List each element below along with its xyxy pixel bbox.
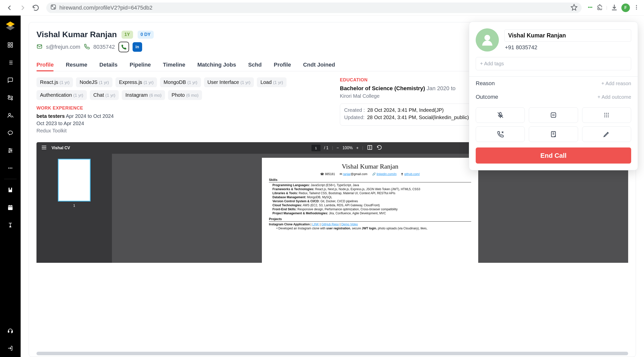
tab-schd[interactable]: Schd: [248, 58, 262, 71]
kebab-icon[interactable]: [633, 4, 639, 11]
tab-profile[interactable]: Profile: [36, 58, 54, 71]
pdf-zoom-out[interactable]: −: [337, 146, 339, 150]
svg-point-6: [636, 5, 637, 6]
bookmark-icon[interactable]: [571, 4, 578, 12]
skill-chip[interactable]: NodeJS (1 yr): [76, 77, 112, 87]
skill-chip[interactable]: React.js (1 yr): [36, 77, 73, 87]
pdf-menu-icon[interactable]: [41, 144, 47, 151]
skill-chip[interactable]: User Interface (1 yr): [204, 77, 254, 87]
url-bar[interactable]: hirewand.com/profileV2?pid=6475db2: [46, 3, 582, 13]
skill-chip[interactable]: Chat (1 yr): [90, 90, 119, 100]
tab-details[interactable]: Details: [99, 58, 117, 71]
candidate-phone[interactable]: 8035742: [93, 44, 115, 50]
cv-proj-link2[interactable]: GitHub Repo: [321, 223, 339, 226]
sidebar-item-settings[interactable]: [0, 142, 21, 159]
tab-matching[interactable]: Matching Jobs: [197, 58, 236, 71]
svg-point-55: [608, 115, 609, 116]
pdf-rotate-icon[interactable]: [376, 144, 382, 151]
cv-github[interactable]: github.com/: [404, 172, 420, 176]
svg-point-3: [588, 7, 589, 8]
skill-chip[interactable]: Express.js (1 yr): [115, 77, 157, 87]
candidate-email[interactable]: s@frejun.com: [46, 44, 80, 50]
svg-point-4: [589, 7, 591, 8]
svg-point-31: [11, 168, 12, 169]
horizontal-scrollbar[interactable]: [36, 352, 628, 355]
sidebar-item-bookmark[interactable]: [0, 181, 21, 199]
sidebar-item-chat[interactable]: [0, 71, 21, 89]
linkedin-icon[interactable]: in: [133, 42, 142, 52]
forward-button[interactable]: [18, 3, 28, 13]
sidebar-item-text[interactable]: [0, 216, 21, 234]
svg-point-7: [636, 7, 637, 8]
keypad-button[interactable]: [582, 107, 631, 123]
skill-chip[interactable]: Load (1 yr): [257, 77, 287, 87]
reload-button[interactable]: [31, 3, 41, 13]
cv-proj-link1[interactable]: LINK: [312, 223, 319, 226]
cv-proj-title: Instagram Clone Application: [269, 223, 310, 226]
cv-name: Vishal Kumar Ranjan: [269, 163, 471, 170]
tab-cndt[interactable]: Cndt Joined: [303, 58, 335, 71]
sidebar-item-flow[interactable]: [0, 89, 21, 107]
svg-point-45: [485, 35, 490, 41]
cv-proj-link3[interactable]: Demo Video: [341, 223, 358, 226]
skill-chip[interactable]: Authentication (1 yr): [36, 90, 87, 100]
tab-profile2[interactable]: Profile: [274, 58, 291, 71]
extension-icon-1[interactable]: [587, 4, 593, 11]
svg-point-26: [9, 148, 10, 149]
site-info-icon[interactable]: [50, 4, 56, 11]
svg-point-1: [54, 8, 55, 9]
cv-linkedin[interactable]: linkedin.com/in: [377, 172, 396, 176]
svg-point-22: [8, 131, 13, 134]
phone-icon: [84, 43, 90, 50]
svg-point-19: [8, 95, 10, 97]
mute-button[interactable]: [476, 107, 525, 123]
cv-email[interactable]: ranjar: [343, 172, 351, 176]
transfer-button[interactable]: [476, 126, 525, 142]
sidebar-item-list[interactable]: [0, 54, 21, 71]
call-avatar: [476, 28, 499, 52]
add-outcome[interactable]: + Add outcome: [597, 94, 631, 100]
sidebar-item-message[interactable]: [0, 124, 21, 142]
call-name-input[interactable]: [504, 29, 631, 42]
pdf-zoom-in[interactable]: +: [356, 146, 358, 150]
work-range1: Apr 2024 to Oct 2024: [66, 113, 114, 119]
edit-button[interactable]: [582, 126, 631, 142]
svg-point-0: [52, 6, 53, 7]
sidebar-item-more[interactable]: [0, 159, 21, 177]
back-button[interactable]: [5, 3, 15, 13]
sidebar-item-dashboard[interactable]: [0, 36, 21, 54]
svg-point-56: [604, 116, 605, 117]
pdf-page-input[interactable]: [311, 145, 320, 151]
sidebar-item-logout[interactable]: [0, 339, 21, 357]
sidebar-item-headset[interactable]: [0, 322, 21, 339]
skill-chip[interactable]: Instagram (6 mo): [122, 90, 165, 100]
tab-timeline[interactable]: Timeline: [163, 58, 185, 71]
call-button[interactable]: [118, 42, 129, 52]
outcome-label: Outcome: [476, 94, 498, 100]
note-button[interactable]: [529, 126, 578, 142]
svg-point-54: [606, 115, 607, 116]
call-tags-input[interactable]: + Add tags: [476, 57, 631, 70]
skill-chip[interactable]: MongoDB (1 yr): [160, 77, 201, 87]
download-icon[interactable]: [611, 4, 618, 12]
mail-icon: [36, 43, 43, 50]
app-logo[interactable]: [0, 16, 21, 36]
end-call-button[interactable]: End Call: [476, 147, 631, 164]
tab-resume[interactable]: Resume: [66, 58, 87, 71]
svg-rect-11: [8, 45, 10, 47]
svg-point-53: [604, 115, 605, 116]
sidebar-item-calendar[interactable]: [0, 199, 21, 216]
pdf-fit-icon[interactable]: [367, 144, 373, 151]
skill-chip[interactable]: Photo (6 mo): [168, 90, 202, 100]
extensions-icon[interactable]: [597, 4, 603, 11]
svg-point-30: [10, 168, 11, 169]
sidebar-item-users[interactable]: [0, 107, 21, 124]
svg-rect-12: [11, 45, 13, 47]
add-reason[interactable]: + Add reason: [601, 81, 631, 86]
hold-button[interactable]: [529, 107, 578, 123]
tab-pipeline[interactable]: Pipeline: [130, 58, 151, 71]
svg-point-5: [591, 7, 592, 8]
pdf-thumbnail[interactable]: [58, 159, 91, 201]
svg-point-8: [636, 9, 637, 10]
profile-avatar[interactable]: F: [621, 4, 630, 12]
